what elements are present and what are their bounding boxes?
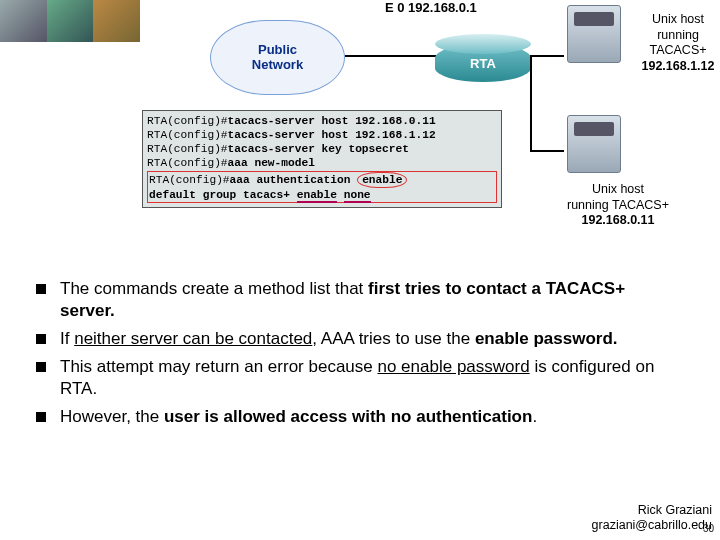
cli-circled-enable: enable [357, 172, 407, 188]
link-router-server1 [530, 55, 564, 57]
cli-row-0: RTA(config)#tacacs-server host 192.168.0… [147, 114, 497, 128]
server-2-label-line1: Unix host [592, 182, 644, 196]
router-rta: RTA [435, 34, 531, 86]
cli-highlight-box: RTA(config)#aaa authentication enable de… [147, 171, 497, 203]
link-router-server2 [530, 150, 564, 152]
footer-email: graziani@cabrillo.edu [592, 518, 712, 532]
server-2-label-line2: running TACACS+ [567, 198, 669, 212]
server-1 [560, 5, 628, 63]
bullet-item-3: However, the user is allowed access with… [34, 406, 684, 428]
network-diagram: E 0 192.168.0.1 Public Network RTA Unix … [140, 0, 700, 250]
public-network-cloud: Public Network [210, 20, 345, 95]
cli-row-hl-1: RTA(config)#aaa authentication enable [149, 172, 495, 188]
footer-author: Rick Graziani [638, 503, 712, 517]
cli-terminal: RTA(config)#tacacs-server host 192.168.0… [142, 110, 502, 208]
server-2-ip: 192.168.0.11 [582, 213, 655, 227]
slide-footer: Rick Graziani graziani@cabrillo.edu [592, 503, 712, 534]
cli-row-1: RTA(config)#tacacs-server host 192.168.1… [147, 128, 497, 142]
server-2 [560, 115, 628, 173]
router-label: RTA [435, 56, 531, 71]
page-number: 30 [703, 523, 714, 534]
cli-row-2: RTA(config)#tacacs-server key topsecret [147, 142, 497, 156]
server-1-label-line3: TACACS+ [649, 43, 706, 57]
cli-row-hl-2: default group tacacs+ enable none [149, 188, 495, 202]
bullet-item-0: The commands create a method list that f… [34, 278, 684, 322]
bullet-item-1: If neither server can be contacted, AAA … [34, 328, 684, 350]
bullet-list: The commands create a method list that f… [34, 278, 684, 435]
server-2-label: Unix host running TACACS+ 192.168.0.11 [558, 182, 678, 229]
server-1-ip: 192.168.1.12 [642, 59, 715, 73]
link-cloud-router [345, 55, 437, 57]
router-interface-label: E 0 192.168.0.1 [385, 0, 477, 15]
cli-row-3: RTA(config)#aaa new-model [147, 156, 497, 170]
server-1-label: Unix host running TACACS+ 192.168.1.12 [630, 12, 720, 75]
link-router-vert [530, 55, 532, 150]
server-1-label-line1: Unix host [652, 12, 704, 26]
decorative-header-image [0, 0, 140, 42]
cloud-label: Public Network [252, 43, 303, 73]
bullet-item-2: This attempt may return an error because… [34, 356, 684, 400]
server-1-label-line2: running [657, 28, 699, 42]
